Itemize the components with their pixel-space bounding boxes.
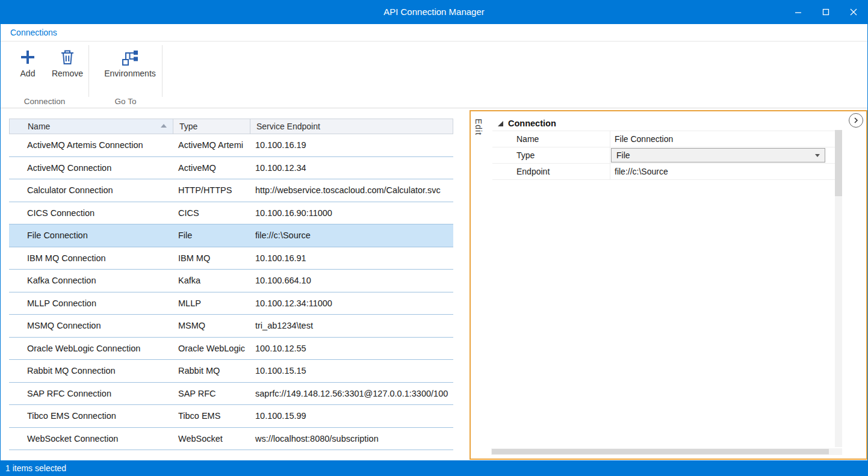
- cell-name: MSMQ Connection: [9, 321, 172, 330]
- cell-type: SAP RFC: [172, 389, 249, 398]
- property-row-name: NameFile Connection: [492, 131, 835, 147]
- cell-name: Calculator Connection: [9, 185, 172, 195]
- vertical-scrollbar[interactable]: [835, 130, 842, 447]
- property-grid: Connection NameFile ConnectionTypeFileEn…: [492, 116, 835, 180]
- cell-endpoint: tri_ab1234\test: [249, 321, 453, 330]
- ribbon-group-separator: [162, 45, 163, 97]
- vertical-scrollbar-thumb[interactable]: [835, 130, 842, 196]
- app-window: API Connection Manager Connections Add: [0, 0, 868, 476]
- selection-count: 1 items selected: [5, 463, 66, 473]
- close-button[interactable]: [840, 0, 867, 24]
- property-grid-fields: NameFile ConnectionTypeFileEndpointfile:…: [492, 131, 835, 180]
- menubar: Connections: [1, 24, 867, 42]
- cell-type: MLLP: [172, 298, 249, 308]
- cell-type: Kafka: [172, 276, 249, 285]
- ribbon: Add Remove Environments Connec: [1, 42, 867, 108]
- cell-type: CICS: [172, 208, 249, 218]
- expander-expanded-icon: [498, 121, 503, 126]
- add-button[interactable]: Add: [10, 48, 45, 85]
- cell-endpoint: 10.100.12.34:11000: [249, 298, 453, 308]
- minimize-button[interactable]: [784, 0, 812, 24]
- column-header-name[interactable]: Name: [10, 119, 173, 134]
- property-row-endpoint: Endpointfile://c:\Source: [492, 164, 835, 180]
- column-header-type[interactable]: Type: [173, 119, 250, 134]
- cell-type: Oracle WebLogic: [172, 344, 249, 353]
- cell-name: MLLP Connection: [9, 298, 172, 308]
- chevron-right-icon: [853, 117, 859, 123]
- table-row[interactable]: Kafka ConnectionKafka10.100.664.10: [9, 270, 453, 292]
- close-icon: [850, 8, 857, 16]
- remove-button[interactable]: Remove: [49, 48, 86, 85]
- cell-type: Rabbit MQ: [172, 366, 249, 376]
- table-row[interactable]: ActiveMQ ConnectionActiveMQ10.100.12.34: [9, 157, 453, 180]
- cell-endpoint: 10.100.16.19: [249, 140, 453, 150]
- horizontal-scrollbar[interactable]: [491, 448, 842, 455]
- cell-endpoint: ws://localhost:8080/subscription: [249, 434, 453, 444]
- maximize-button[interactable]: [812, 0, 840, 24]
- cell-endpoint: 100.10.12.55: [249, 344, 453, 353]
- property-row-type: TypeFile: [492, 147, 835, 164]
- horizontal-scrollbar-thumb[interactable]: [492, 449, 829, 454]
- cell-type: IBM MQ: [172, 253, 249, 263]
- category-header-connection[interactable]: Connection: [492, 116, 835, 131]
- table-row[interactable]: SAP RFC ConnectionSAP RFCsaprfc://149.14…: [9, 383, 453, 406]
- cell-name: Rabbit MQ Connection: [9, 366, 172, 376]
- cell-endpoint: file://c:\Source: [249, 230, 453, 240]
- property-value-cell: File: [610, 147, 835, 163]
- table-row[interactable]: File ConnectionFilefile://c:\Source: [9, 224, 453, 247]
- table-row[interactable]: IBM MQ ConnectionIBM MQ10.100.16.91: [9, 247, 453, 270]
- table-row[interactable]: Rabbit MQ ConnectionRabbit MQ10.100.15.1…: [9, 360, 453, 383]
- table-row[interactable]: Calculator ConnectionHTTP/HTTPShttp://we…: [9, 179, 453, 202]
- cell-name: Tibco EMS Connection: [9, 411, 172, 421]
- column-header-service-endpoint[interactable]: Service Endpoint: [250, 119, 453, 134]
- minimize-icon: [795, 8, 802, 16]
- environments-button-label: Environments: [104, 69, 156, 78]
- tab-connections[interactable]: Connections: [10, 24, 57, 41]
- cell-endpoint: saprfc://149.148.12.56:3301@127.0.0.1:33…: [249, 389, 453, 398]
- table-row[interactable]: MLLP ConnectionMLLP10.100.12.34:11000: [9, 292, 453, 315]
- type-combobox[interactable]: File: [611, 148, 825, 162]
- chevron-down-icon: [815, 154, 820, 157]
- cell-name: Oracle WebLogic Connection: [9, 344, 172, 353]
- ribbon-group-connection-label: Connection: [1, 97, 88, 106]
- environments-icon: [120, 48, 140, 67]
- endpoint-value-field[interactable]: file://c:\Source: [610, 164, 835, 179]
- window-controls: [784, 0, 867, 24]
- table-row[interactable]: ActiveMQ Artemis ConnectionActiveMQ Arte…: [9, 134, 453, 157]
- table-row[interactable]: CICS ConnectionCICS10.100.16.90:11000: [9, 202, 453, 225]
- cell-name: SAP RFC Connection: [9, 389, 172, 398]
- connections-table: Name Type Service Endpoint ActiveMQ Arte…: [9, 119, 453, 450]
- property-label: Endpoint: [492, 164, 610, 179]
- cell-name: CICS Connection: [9, 208, 172, 218]
- ribbon-group-separator: [88, 45, 89, 97]
- cell-type: MSMQ: [172, 321, 249, 330]
- cell-name: IBM MQ Connection: [9, 253, 172, 263]
- table-row[interactable]: Oracle WebLogic ConnectionOracle WebLogi…: [9, 338, 453, 360]
- name-value-field[interactable]: File Connection: [610, 131, 835, 147]
- cell-endpoint: http://webservice.toscacloud.com/Calcula…: [249, 185, 453, 195]
- edit-panel-tab[interactable]: Edit: [474, 119, 483, 135]
- maximize-icon: [822, 8, 829, 16]
- collapse-panel-button[interactable]: [849, 113, 863, 128]
- table-row[interactable]: MSMQ ConnectionMSMQtri_ab1234\test: [9, 315, 453, 338]
- cell-name: ActiveMQ Artemis Connection: [9, 140, 172, 150]
- category-header-label: Connection: [508, 119, 556, 128]
- cell-type: File: [172, 230, 249, 240]
- environments-button[interactable]: Environments: [99, 48, 161, 85]
- window-title: API Connection Manager: [1, 0, 867, 24]
- trash-icon: [58, 48, 77, 67]
- plus-icon: [18, 48, 37, 67]
- cell-name: ActiveMQ Connection: [9, 163, 172, 173]
- cell-type: ActiveMQ Artemi: [172, 140, 249, 150]
- cell-type: Tibco EMS: [172, 411, 249, 421]
- table-row[interactable]: Tibco EMS ConnectionTibco EMS10.100.15.9…: [9, 405, 453, 428]
- table-row[interactable]: WebSocket ConnectionWebSocketws://localh…: [9, 428, 453, 451]
- column-header-name-label: Name: [28, 122, 50, 131]
- property-label: Type: [492, 147, 610, 163]
- sort-ascending-icon: [161, 124, 167, 128]
- cell-endpoint: 10.100.15.15: [249, 366, 453, 376]
- cell-endpoint: 10.100.12.34: [249, 163, 453, 173]
- cell-endpoint: 10.100.16.90:11000: [249, 208, 453, 218]
- add-button-label: Add: [20, 69, 36, 78]
- table-body: ActiveMQ Artemis ConnectionActiveMQ Arte…: [9, 134, 453, 450]
